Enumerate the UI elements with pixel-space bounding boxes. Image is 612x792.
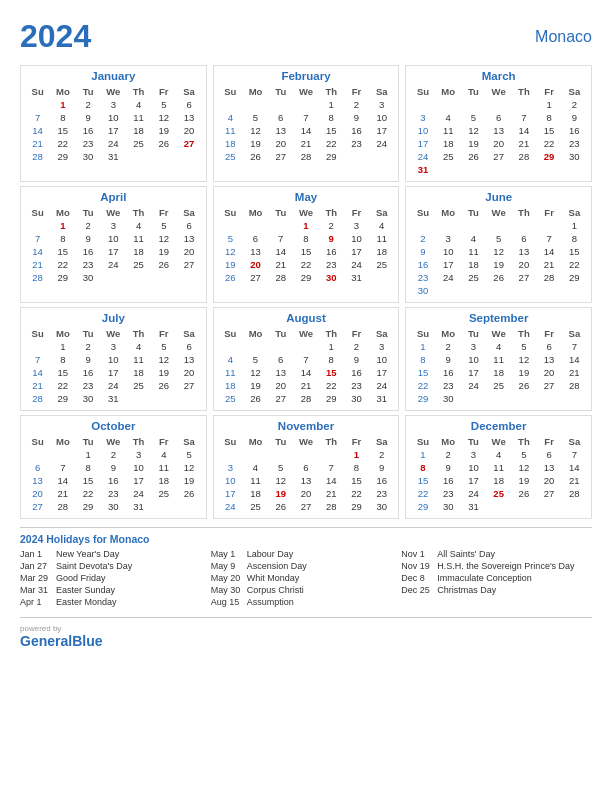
cal-day: 8 (50, 111, 75, 124)
cal-day: 17 (101, 366, 126, 379)
cal-day: 3 (101, 219, 126, 232)
cal-day: 4 (369, 219, 394, 232)
cal-day (436, 219, 461, 232)
cal-day: 16 (410, 258, 435, 271)
cal-table: SuMoTuWeThFrSa12345678910111213141516171… (218, 85, 395, 163)
cal-day: 22 (319, 379, 344, 392)
cal-day: 28 (511, 150, 536, 163)
cal-day: 27 (293, 500, 318, 513)
cal-day (126, 150, 151, 163)
cal-day (293, 340, 318, 353)
weekday-header: We (486, 85, 511, 98)
cal-table: SuMoTuWeThFrSa12345678910111213141516171… (25, 435, 202, 513)
cal-day: 15 (319, 124, 344, 137)
cal-day: 7 (511, 111, 536, 124)
cal-day: 15 (50, 366, 75, 379)
cal-day: 2 (410, 232, 435, 245)
weekday-header: Th (511, 435, 536, 448)
cal-day: 29 (562, 271, 587, 284)
cal-day: 20 (537, 474, 562, 487)
cal-day: 29 (50, 392, 75, 405)
weekday-header: Sa (562, 206, 587, 219)
weekday-header: Mo (50, 85, 75, 98)
cal-day: 2 (101, 448, 126, 461)
weekday-header: We (101, 327, 126, 340)
month-block-march: MarchSuMoTuWeThFrSa123456789101112131415… (405, 65, 592, 182)
cal-day (126, 271, 151, 284)
month-block-february: FebruarySuMoTuWeThFrSa123456789101112131… (213, 65, 400, 182)
cal-day: 8 (344, 461, 369, 474)
cal-day: 2 (344, 340, 369, 353)
month-block-october: OctoberSuMoTuWeThFrSa1234567891011121314… (20, 415, 207, 519)
cal-day (436, 284, 461, 297)
weekday-header: Mo (50, 435, 75, 448)
weekday-header: Su (218, 327, 243, 340)
weekday-header: Mo (436, 327, 461, 340)
cal-day (562, 163, 587, 176)
holiday-date: Apr 1 (20, 597, 52, 607)
cal-day: 3 (461, 340, 486, 353)
weekday-header: We (486, 327, 511, 340)
cal-day: 8 (293, 232, 318, 245)
cal-day: 12 (151, 232, 176, 245)
cal-day: 18 (486, 366, 511, 379)
cal-day: 16 (75, 245, 100, 258)
cal-day: 3 (101, 98, 126, 111)
cal-day: 25 (218, 392, 243, 405)
cal-day (461, 163, 486, 176)
cal-day: 6 (511, 232, 536, 245)
cal-day: 19 (176, 474, 201, 487)
cal-day: 30 (436, 500, 461, 513)
cal-day: 19 (461, 137, 486, 150)
cal-day: 30 (436, 392, 461, 405)
cal-day: 21 (50, 487, 75, 500)
cal-day: 27 (176, 137, 201, 150)
cal-day: 14 (50, 474, 75, 487)
cal-day: 22 (562, 258, 587, 271)
cal-day: 24 (369, 379, 394, 392)
cal-day: 5 (243, 111, 268, 124)
cal-day: 23 (436, 487, 461, 500)
cal-day: 9 (562, 111, 587, 124)
cal-day: 29 (410, 500, 435, 513)
cal-day: 11 (486, 353, 511, 366)
cal-day: 30 (410, 284, 435, 297)
cal-day: 14 (25, 366, 50, 379)
cal-day (511, 219, 536, 232)
cal-day (268, 219, 293, 232)
cal-day: 3 (101, 340, 126, 353)
cal-day: 5 (151, 98, 176, 111)
cal-day (486, 392, 511, 405)
weekday-header: Mo (436, 206, 461, 219)
cal-day: 19 (486, 258, 511, 271)
cal-day: 8 (319, 111, 344, 124)
weekday-header: Sa (176, 85, 201, 98)
cal-day: 16 (369, 474, 394, 487)
cal-table: SuMoTuWeThFrSa12345678910111213141516171… (218, 206, 395, 284)
cal-day: 5 (176, 448, 201, 461)
cal-table: SuMoTuWeThFrSa12345678910111213141516171… (410, 327, 587, 405)
cal-day: 23 (75, 379, 100, 392)
weekday-header: Su (410, 435, 435, 448)
cal-day: 17 (461, 366, 486, 379)
cal-day (25, 219, 50, 232)
holiday-name: Easter Sunday (56, 585, 115, 595)
cal-day: 1 (293, 219, 318, 232)
cal-day: 29 (410, 392, 435, 405)
weekday-header: Sa (562, 85, 587, 98)
weekday-header: Fr (537, 85, 562, 98)
cal-day: 12 (268, 474, 293, 487)
weekday-header: We (101, 206, 126, 219)
holiday-item: May 20Whit Monday (211, 573, 402, 583)
page: 2024 Monaco JanuarySuMoTuWeThFrSa1234567… (0, 0, 612, 663)
cal-day: 23 (75, 137, 100, 150)
weekday-header: Fr (537, 206, 562, 219)
cal-day: 18 (126, 245, 151, 258)
cal-day (511, 284, 536, 297)
holiday-date: Jan 27 (20, 561, 52, 571)
cal-day (537, 163, 562, 176)
weekday-header: Sa (369, 206, 394, 219)
cal-day: 25 (126, 379, 151, 392)
cal-day: 19 (151, 245, 176, 258)
month-title: November (218, 420, 395, 432)
